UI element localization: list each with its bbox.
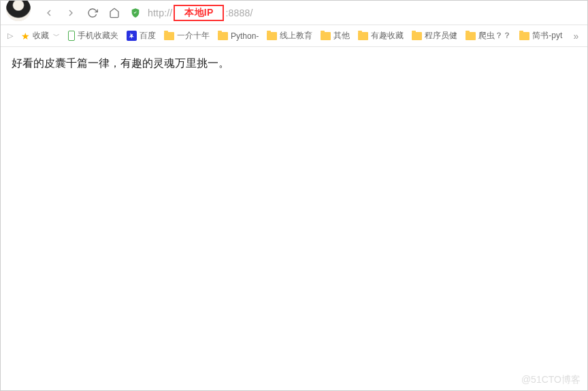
favorites-menu[interactable]: ★ 收藏 ﹀: [21, 30, 60, 42]
watermark: @51CTO博客: [521, 374, 581, 386]
url-suffix: :8888/: [225, 7, 252, 18]
bookmark-baidu[interactable]: 百度: [127, 30, 156, 42]
bookmark-label: 其他: [333, 30, 350, 42]
folder-icon: [164, 32, 174, 40]
bookmark-label: 简书-pyt: [532, 30, 562, 42]
phone-favorites-label: 手机收藏夹: [78, 30, 118, 42]
chevron-down-icon: ﹀: [53, 31, 60, 41]
bookmark-label: 线上教育: [280, 30, 312, 42]
bookmark-folder[interactable]: 爬虫？？: [466, 30, 511, 42]
folder-icon: [412, 32, 422, 40]
bookmark-folder[interactable]: 线上教育: [267, 30, 312, 42]
bookmark-folder[interactable]: 程序员健: [412, 30, 457, 42]
url-prefix: http://: [148, 7, 172, 18]
folder-icon: [519, 32, 529, 40]
home-button[interactable]: [105, 4, 123, 22]
bookmark-folder[interactable]: 一介十年: [164, 30, 210, 42]
home-icon: [109, 7, 120, 18]
folder-icon: [218, 32, 228, 40]
bookmark-folder[interactable]: 简书-pyt: [519, 30, 562, 42]
chevron-left-icon: [44, 7, 54, 18]
bookmark-label: 有趣收藏: [371, 30, 404, 42]
body-text: 好看的皮囊千篇一律，有趣的灵魂万里挑一。: [12, 57, 576, 71]
address-bar[interactable]: http:// 本地IP :8888/: [145, 5, 582, 21]
bookmark-label: 程序员健: [425, 30, 457, 42]
phone-icon: [68, 31, 75, 41]
bookmark-label: Python-: [231, 31, 259, 41]
folder-icon: [321, 32, 331, 40]
back-button[interactable]: [40, 4, 58, 22]
security-shield-icon[interactable]: [130, 7, 141, 18]
bookmark-bar: ▷ ★ 收藏 ﹀ 手机收藏夹 百度 一介十年 Python- 线上教育 其他 有…: [1, 25, 587, 47]
url-highlight-box: 本地IP: [174, 5, 224, 21]
baidu-icon: [127, 31, 137, 41]
page-content: 好看的皮囊千篇一律，有趣的灵魂万里挑一。: [1, 47, 587, 80]
expand-left-icon[interactable]: ▷: [7, 31, 13, 40]
folder-icon: [358, 32, 368, 40]
bookmark-label: 一介十年: [177, 30, 210, 42]
reload-button[interactable]: [84, 4, 101, 22]
phone-favorites[interactable]: 手机收藏夹: [68, 30, 118, 42]
bookmark-label: 爬虫？？: [478, 30, 511, 42]
bookmark-label: 百度: [140, 30, 156, 42]
folder-icon: [267, 32, 277, 40]
bookmark-folder[interactable]: Python-: [218, 31, 259, 41]
bookmark-folder[interactable]: 有趣收藏: [358, 30, 404, 42]
forward-button[interactable]: [62, 4, 80, 22]
favorites-label: 收藏: [33, 30, 49, 42]
folder-icon: [466, 32, 476, 40]
bookmark-overflow-button[interactable]: »: [570, 31, 581, 42]
reload-icon: [87, 7, 98, 18]
bookmark-folder[interactable]: 其他: [321, 30, 350, 42]
star-icon: ★: [21, 31, 30, 42]
chevron-right-icon: [65, 7, 76, 18]
avatar[interactable]: [6, 0, 31, 21]
browser-toolbar: http:// 本地IP :8888/: [1, 1, 587, 25]
